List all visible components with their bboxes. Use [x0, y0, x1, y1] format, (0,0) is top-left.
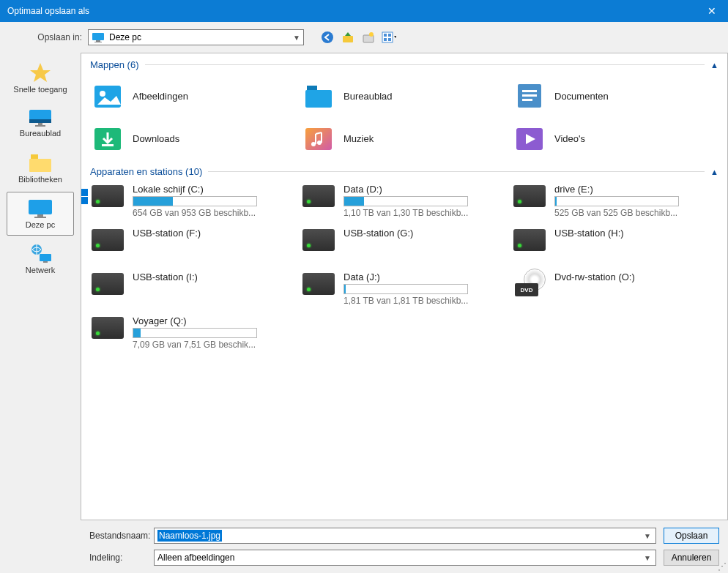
sidebar-item-desktop[interactable]: Bureaublad	[7, 101, 74, 145]
filename-input[interactable]: Naamloos-1.jpg ▼	[154, 528, 656, 544]
sidebar-item-this-pc[interactable]: Deze pc	[7, 192, 74, 236]
chevron-down-icon: ▼	[293, 34, 300, 42]
svg-rect-20	[34, 217, 46, 218]
svg-rect-19	[37, 214, 43, 217]
svg-rect-27	[305, 90, 332, 108]
drive-name: USB-station (G:)	[343, 228, 506, 239]
drive-subtext: 525 GB van 525 GB beschikb...	[554, 208, 717, 218]
drive-icon	[92, 317, 124, 339]
monitor-icon	[27, 198, 53, 219]
toolbar: Opslaan in: Deze pc ▼	[0, 22, 728, 53]
svg-point-6	[369, 32, 374, 37]
format-select[interactable]: Alleen afbeeldingen ▼	[154, 550, 656, 566]
svg-rect-2	[94, 42, 102, 42]
section-drives-header[interactable]: Apparaten en stations (10) ▲	[81, 160, 727, 179]
svg-rect-30	[522, 94, 537, 97]
drive-name: Voyager (Q:)	[133, 315, 295, 326]
chevron-down-icon: ▼	[642, 532, 653, 540]
windows-logo-icon	[81, 189, 88, 204]
folder-desktop[interactable]: Bureaublad	[302, 77, 506, 115]
drive-capacity-bar	[133, 328, 257, 338]
drive-icon	[302, 185, 335, 207]
drive-name: Data (D:)	[343, 184, 506, 195]
svg-rect-1	[96, 40, 100, 42]
svg-rect-29	[522, 90, 537, 92]
svg-rect-11	[388, 38, 391, 41]
places-sidebar: Snelle toegang Bureaublad Bibliotheken D…	[0, 53, 81, 520]
file-list: Mappen (6) ▲ Afbeeldingen Bureaublad Doc…	[81, 53, 728, 520]
sidebar-item-quick-access[interactable]: Snelle toegang	[7, 56, 74, 100]
svg-rect-17	[29, 159, 51, 172]
lookin-value: Deze pc	[109, 32, 141, 42]
drive-icon	[92, 229, 124, 251]
star-icon	[29, 61, 52, 83]
drive-name: USB-station (F:)	[133, 228, 295, 239]
filename-label: Bestandsnaam:	[0, 531, 146, 541]
folder-music[interactable]: Muziek	[302, 119, 506, 157]
svg-rect-15	[35, 125, 45, 127]
chevron-down-icon: ▼	[642, 554, 653, 562]
up-button[interactable]	[341, 30, 355, 45]
folder-documents[interactable]: Documenten	[513, 77, 717, 115]
drive-item[interactable]: Data (D:)1,10 TB van 1,30 TB beschikb...	[302, 181, 506, 223]
svg-rect-10	[384, 38, 387, 41]
lookin-combo[interactable]: Deze pc ▼	[88, 29, 304, 45]
svg-rect-18	[29, 200, 52, 214]
view-menu-button[interactable]	[382, 30, 396, 45]
libraries-icon	[28, 153, 53, 173]
drive-item[interactable]: drive (E:)525 GB van 525 GB beschikb...	[513, 181, 717, 223]
svg-rect-16	[31, 154, 38, 159]
drive-subtext: 1,81 TB van 1,81 TB beschikb...	[343, 296, 506, 306]
window-title: Optimaal opslaan als	[7, 6, 695, 16]
monitor-icon	[92, 32, 105, 42]
drive-icon	[513, 185, 546, 207]
svg-point-3	[322, 31, 333, 43]
drive-name: USB-station (H:)	[554, 228, 717, 239]
drive-name: Dvd-rw-station (O:)	[554, 271, 717, 282]
sidebar-item-libraries[interactable]: Bibliotheken	[7, 146, 74, 190]
drive-name: drive (E:)	[554, 184, 717, 195]
collapse-icon[interactable]: ▲	[710, 61, 718, 70]
svg-rect-23	[43, 261, 48, 263]
drive-name: Lokale schijf (C:)	[133, 184, 295, 195]
new-folder-button[interactable]	[361, 30, 376, 45]
drive-item[interactable]: USB-station (I:)	[92, 269, 295, 311]
drive-item[interactable]: USB-station (H:)	[513, 225, 717, 267]
drive-icon	[302, 273, 335, 295]
folder-downloads[interactable]: Downloads	[92, 119, 295, 157]
drive-capacity-bar	[343, 196, 468, 206]
svg-rect-31	[522, 99, 532, 101]
close-button[interactable]: ✕	[695, 0, 728, 22]
drive-capacity-bar	[554, 196, 679, 206]
svg-rect-34	[305, 128, 332, 150]
svg-rect-9	[388, 34, 391, 37]
dvd-icon: DVD	[513, 271, 546, 296]
drive-name: USB-station (I:)	[133, 271, 295, 282]
drive-item[interactable]: DVDDvd-rw-station (O:)	[513, 269, 717, 311]
drive-item[interactable]: Data (J:)1,81 TB van 1,81 TB beschikb...	[302, 269, 506, 311]
svg-point-36	[317, 141, 322, 145]
section-folders-header[interactable]: Mappen (6) ▲	[81, 53, 727, 72]
folder-pictures[interactable]: Afbeeldingen	[92, 77, 295, 115]
save-button[interactable]: Opslaan	[664, 528, 719, 544]
drive-item[interactable]: Lokale schijf (C:)654 GB van 953 GB besc…	[92, 181, 295, 223]
cancel-button[interactable]: Annuleren	[664, 550, 719, 566]
desktop-icon	[28, 108, 53, 127]
collapse-icon[interactable]: ▲	[710, 168, 718, 176]
drive-capacity-bar	[343, 284, 468, 294]
drive-subtext: 1,10 TB van 1,30 TB beschikb...	[343, 208, 506, 218]
format-label: Indeling:	[0, 553, 146, 563]
sidebar-item-network[interactable]: Netwerk	[7, 237, 74, 281]
drive-icon	[92, 273, 124, 295]
drive-item[interactable]: USB-station (G:)	[302, 225, 506, 267]
svg-point-35	[311, 142, 316, 146]
back-button[interactable]	[320, 30, 335, 45]
lookin-label: Opslaan in:	[0, 32, 82, 42]
titlebar: Optimaal opslaan als ✕	[0, 0, 728, 22]
svg-rect-0	[92, 33, 104, 40]
folder-videos[interactable]: Video's	[513, 119, 717, 157]
drive-item[interactable]: USB-station (F:)	[92, 225, 295, 267]
drive-item[interactable]: Voyager (Q:)7,09 GB van 7,51 GB beschik.…	[92, 312, 295, 355]
drive-subtext: 654 GB van 953 GB beschikb...	[133, 208, 295, 218]
drive-icon	[92, 185, 124, 207]
